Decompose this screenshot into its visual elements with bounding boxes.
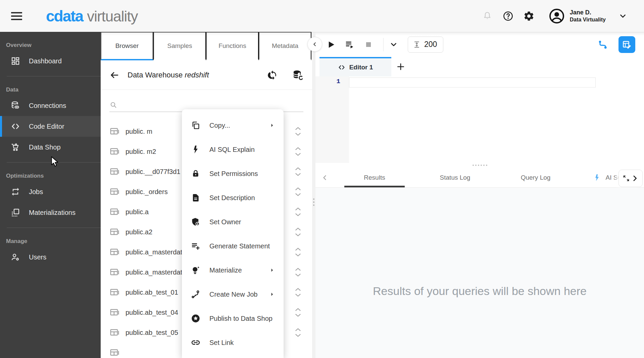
chevron-down-icon	[389, 40, 398, 49]
header-actions: Jane D. Data Virtuality	[480, 8, 627, 24]
chevron-down-icon[interactable]	[295, 293, 301, 298]
collapse-browser-button[interactable]	[307, 37, 322, 52]
chevron-down-icon[interactable]	[295, 252, 301, 258]
tab-results[interactable]: Results	[334, 168, 415, 187]
chevron-down-icon[interactable]	[295, 132, 301, 137]
sidebar-item-dashboard[interactable]: Dashboard	[0, 51, 101, 71]
collapse-results-button[interactable]	[315, 174, 334, 182]
chevron-up-icon[interactable]	[295, 186, 301, 191]
query-plan-button[interactable]	[596, 38, 610, 51]
tab-status-log[interactable]: Status Log	[415, 168, 495, 187]
chevron-up-icon[interactable]	[295, 246, 301, 252]
row-reorder	[295, 246, 301, 258]
editor-toolbar: 200	[315, 32, 644, 57]
chevron-down-icon[interactable]	[295, 192, 301, 197]
sidebar-item-code-editor[interactable]: Code Editor	[0, 116, 101, 137]
chevron-up-icon[interactable]	[295, 226, 301, 232]
line-number: 1	[337, 78, 340, 85]
chevron-up-icon[interactable]	[295, 327, 301, 332]
panel-splitter-vertical[interactable]	[312, 32, 315, 358]
chevron-down-icon[interactable]	[295, 273, 301, 278]
run-options-dropdown[interactable]	[387, 38, 400, 51]
table-icon	[109, 207, 119, 217]
menu-item-set-link[interactable]: Set Link	[182, 331, 284, 355]
search-input[interactable]	[121, 102, 303, 109]
tab-functions[interactable]: Functions	[206, 32, 259, 60]
menu-item-set-owner[interactable]: Set Owner	[182, 210, 284, 234]
menu-item-set-permissions[interactable]: Set Permissions	[182, 162, 284, 186]
menu-item-set-description[interactable]: Set Description	[182, 186, 284, 210]
logo-secondary: virtuality	[87, 8, 138, 25]
chevron-up-icon[interactable]	[295, 166, 301, 171]
chevron-down-icon[interactable]	[295, 152, 301, 157]
row-reorder	[295, 287, 301, 298]
add-editor-tab-button[interactable]	[391, 57, 410, 76]
user-menu[interactable]: Jane D. Data Virtuality	[548, 8, 627, 24]
refresh-button[interactable]	[268, 70, 278, 80]
bulb-sparkle-icon	[191, 265, 201, 275]
sidebar-item-connections[interactable]: Connections	[0, 95, 101, 116]
table-icon	[109, 126, 119, 136]
menu-item-generate-statement[interactable]: Generate Statement	[182, 234, 284, 258]
code-icon	[338, 64, 345, 71]
chevron-down-icon[interactable]	[295, 313, 301, 318]
section-label-manage: Manage	[6, 238, 101, 245]
sidebar-item-label: Code Editor	[29, 123, 64, 130]
menu-item-label: Publish to Data Shop	[209, 315, 273, 322]
tab-query-log[interactable]: Query Log	[495, 168, 576, 187]
notifications-bell-icon[interactable]	[480, 9, 495, 23]
chevron-down-icon[interactable]	[295, 333, 301, 338]
chevron-down-icon	[618, 12, 627, 20]
table-icon	[109, 247, 119, 257]
chevron-down-icon[interactable]	[295, 212, 301, 218]
sql-editor[interactable]: 1	[315, 76, 644, 163]
chevron-up-icon[interactable]	[295, 126, 301, 131]
menu-item-publish-to-data-shop[interactable]: Publish to Data Shop	[182, 306, 284, 331]
settings-button[interactable]	[522, 9, 536, 23]
app-header: cdata virtuality	[0, 0, 644, 32]
menu-item-create-new-job[interactable]: Create New Job	[182, 282, 284, 306]
chevron-up-icon[interactable]	[295, 146, 301, 151]
chevron-up-icon[interactable]	[295, 206, 301, 212]
menu-item-label: AI SQL Explain	[209, 146, 255, 154]
tab-label: Status Log	[440, 174, 470, 181]
chevron-down-icon[interactable]	[295, 232, 301, 238]
reload-metadata-button[interactable]	[292, 69, 303, 81]
document-icon	[191, 193, 201, 202]
row-reorder	[295, 266, 301, 278]
chevron-down-icon[interactable]	[295, 172, 301, 177]
gear-icon	[523, 10, 535, 22]
sidebar-item-users[interactable]: Users	[0, 247, 101, 267]
section-label-overview: Overview	[6, 42, 101, 49]
bolt-icon	[191, 145, 201, 154]
hamburger-menu-button[interactable]	[11, 10, 24, 22]
tab-samples[interactable]: Samples	[153, 32, 206, 60]
chevron-up-icon[interactable]	[295, 307, 301, 312]
editor-active-line[interactable]	[349, 77, 596, 87]
toolbar-divider	[383, 38, 384, 51]
help-button[interactable]	[501, 9, 515, 23]
chevron-up-icon[interactable]	[295, 287, 301, 292]
stop-query-button[interactable]	[362, 38, 375, 51]
menu-item-ai-sql-explain[interactable]: AI SQL Explain	[182, 137, 284, 162]
menu-item-copy[interactable]: Copy...	[182, 113, 284, 137]
row-limit-control[interactable]: 200	[408, 37, 443, 53]
chevron-up-icon[interactable]	[295, 266, 301, 272]
sidebar-item-materializations[interactable]: Materializations	[0, 202, 101, 223]
sidebar-item-jobs[interactable]: Jobs	[0, 181, 101, 202]
user-name: Jane D.	[570, 9, 606, 16]
lock-icon	[191, 169, 201, 178]
sidebar-item-data-shop[interactable]: Data Shop	[0, 137, 101, 158]
expand-results-control[interactable]	[618, 170, 643, 187]
submenu-arrow-icon	[269, 267, 275, 273]
new-table-edit-button[interactable]	[618, 36, 635, 53]
tab-metadata[interactable]: Metadata	[259, 32, 311, 60]
back-button[interactable]	[109, 70, 119, 80]
run-query-button[interactable]	[324, 38, 338, 51]
panel-splitter-horizontal[interactable]	[315, 163, 644, 168]
tab-browser[interactable]: Browser	[101, 32, 153, 60]
menu-item-materialize[interactable]: Materialize	[182, 258, 284, 282]
editor-tab[interactable]: Editor 1	[319, 57, 391, 76]
datasource-title-text: Data Warehouse	[128, 71, 183, 79]
run-script-button[interactable]	[343, 38, 356, 51]
